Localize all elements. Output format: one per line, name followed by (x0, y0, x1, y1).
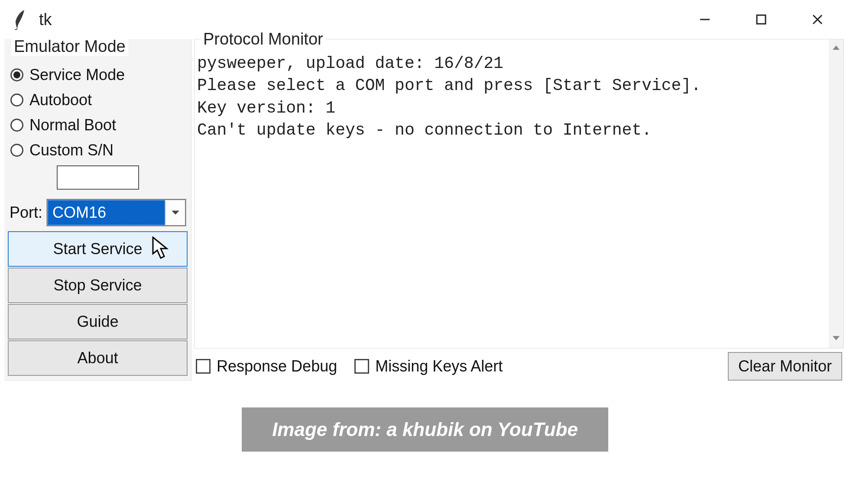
radio-service-mode[interactable]: Service Mode (7, 62, 188, 87)
chevron-down-icon (165, 200, 185, 225)
radio-icon (10, 68, 23, 81)
guide-button[interactable]: Guide (8, 304, 188, 339)
about-button[interactable]: About (8, 340, 188, 376)
tk-feather-icon (11, 9, 27, 30)
radio-custom-sn[interactable]: Custom S/N (7, 138, 188, 163)
body: Emulator Mode Service Mode Autoboot Norm… (0, 39, 850, 387)
missing-keys-alert-checkbox[interactable]: Missing Keys Alert (354, 357, 503, 375)
close-button[interactable] (789, 0, 846, 39)
radio-icon (10, 94, 23, 107)
checkbox-icon (354, 359, 369, 374)
button-label: Guide (77, 313, 118, 331)
custom-sn-input[interactable] (57, 165, 139, 190)
bottom-bar: Response Debug Missing Keys Alert Clear … (194, 349, 844, 381)
checkbox-label: Missing Keys Alert (375, 357, 503, 375)
protocol-monitor-text[interactable]: pysweeper, upload date: 16/8/21 Please s… (195, 39, 829, 348)
port-combobox[interactable]: COM16 (47, 199, 186, 226)
radio-label: Service Mode (29, 66, 125, 84)
checkbox-icon (196, 359, 211, 374)
button-label: Start Service (53, 240, 142, 258)
radio-icon (10, 144, 23, 157)
maximize-button[interactable] (733, 0, 789, 39)
emulator-mode-label: Emulator Mode (11, 37, 128, 56)
checkbox-label: Response Debug (217, 357, 337, 375)
button-label: Clear Monitor (738, 357, 832, 375)
titlebar: tk (0, 0, 850, 39)
window-title: tk (39, 10, 52, 29)
scroll-down-icon (832, 333, 840, 344)
window: tk Emulator Mode Service Mode Autoboot (0, 0, 850, 387)
protocol-monitor-label: Protocol Monitor (201, 30, 326, 48)
button-label: Stop Service (53, 276, 142, 294)
radio-normal-boot[interactable]: Normal Boot (7, 113, 188, 138)
right-panel: Protocol Monitor pysweeper, upload date:… (194, 39, 844, 381)
response-debug-checkbox[interactable]: Response Debug (196, 357, 337, 375)
button-label: About (77, 349, 118, 367)
radio-autoboot[interactable]: Autoboot (7, 87, 188, 113)
protocol-monitor-group: Protocol Monitor pysweeper, upload date:… (194, 39, 844, 349)
clear-monitor-button[interactable]: Clear Monitor (728, 352, 842, 381)
scroll-up-icon (832, 44, 840, 54)
start-service-button[interactable]: Start Service (8, 231, 188, 267)
svg-rect-1 (757, 15, 766, 24)
radio-icon (10, 119, 23, 132)
radio-label: Custom S/N (29, 141, 114, 159)
radio-label: Autoboot (29, 91, 92, 109)
port-label: Port: (10, 204, 42, 222)
emulator-mode-group: Emulator Mode Service Mode Autoboot Norm… (4, 39, 191, 381)
port-value: COM16 (48, 200, 165, 225)
attribution-banner: Image from: a khubik on YouTube (242, 407, 608, 452)
stop-service-button[interactable]: Stop Service (8, 268, 188, 303)
scrollbar[interactable] (829, 39, 844, 348)
minimize-button[interactable] (677, 0, 733, 39)
radio-label: Normal Boot (29, 116, 116, 134)
